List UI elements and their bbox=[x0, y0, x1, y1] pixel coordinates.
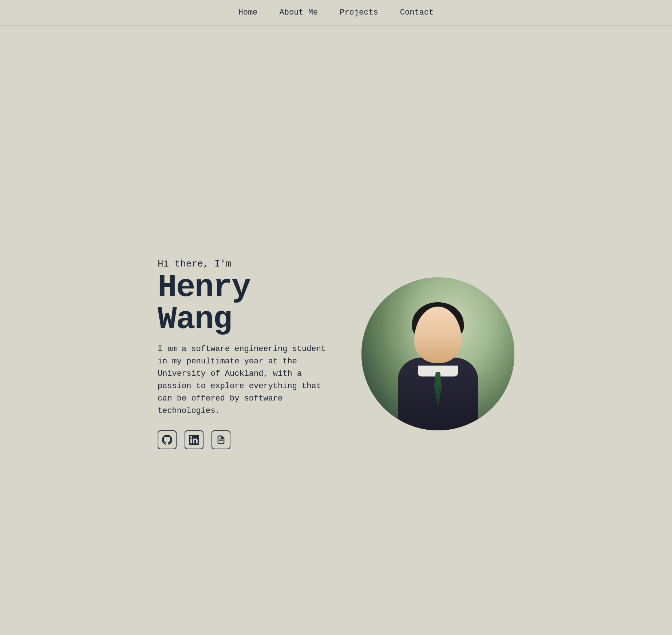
hero-bio: I am a software engineering student in m… bbox=[158, 343, 332, 418]
hero-image-section bbox=[361, 277, 514, 430]
hero-section: Hi there, I'm Henry Wang I am a software… bbox=[0, 25, 672, 631]
main-nav: Home About Me Projects Contact bbox=[0, 0, 672, 25]
nav-about[interactable]: About Me bbox=[280, 8, 318, 17]
greeting-text: Hi there, I'm bbox=[158, 259, 332, 269]
resume-link[interactable] bbox=[212, 430, 230, 449]
nav-contact[interactable]: Contact bbox=[400, 8, 434, 17]
github-link[interactable] bbox=[158, 430, 177, 449]
avatar-person-art bbox=[361, 277, 514, 430]
hero-text-block: Hi there, I'm Henry Wang I am a software… bbox=[158, 259, 332, 450]
profile-photo bbox=[361, 277, 514, 430]
linkedin-link[interactable] bbox=[185, 430, 203, 449]
nav-projects[interactable]: Projects bbox=[340, 8, 378, 17]
github-icon bbox=[162, 435, 172, 445]
social-icons-group bbox=[158, 430, 332, 449]
linkedin-icon bbox=[189, 435, 199, 445]
hero-name: Henry Wang bbox=[158, 272, 332, 336]
resume-document-icon bbox=[216, 435, 226, 445]
nav-home[interactable]: Home bbox=[238, 8, 258, 17]
